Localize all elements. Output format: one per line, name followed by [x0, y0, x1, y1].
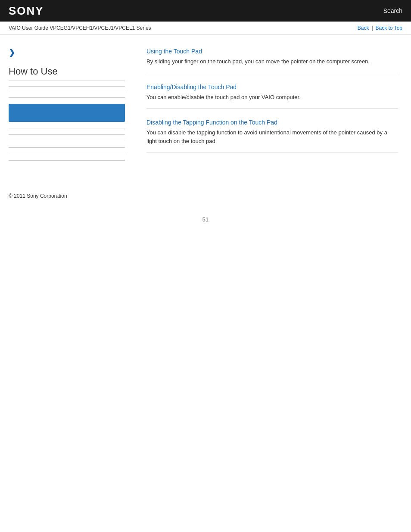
main-content: ❯ How to Use Using the Touch Pad By slid…: [0, 35, 411, 176]
sidebar-line-1: [9, 128, 125, 128]
back-to-top-link[interactable]: Back to Top: [376, 25, 402, 31]
footer-copyright: © 2011 Sony Corporation: [0, 184, 411, 208]
content-desc-1: By sliding your finger on the touch pad,…: [146, 57, 398, 66]
page-number: 51: [0, 208, 411, 231]
sidebar-line-3: [9, 141, 125, 141]
content-section-2: Enabling/Disabling the Touch Pad You can…: [146, 84, 398, 109]
nav-title: VAIO User Guide VPCEG1/VPCEH1/VPCEJ1/VPC…: [9, 25, 151, 31]
sidebar-arrow[interactable]: ❯: [9, 48, 125, 57]
sidebar-highlight-block[interactable]: [9, 104, 125, 122]
content-section-1: Using the Touch Pad By sliding your fing…: [146, 48, 398, 73]
search-button[interactable]: Search: [383, 7, 402, 14]
content-desc-2: You can enable/disable the touch pad on …: [146, 93, 398, 102]
sidebar-section-title: How to Use: [9, 66, 125, 81]
sidebar-line-4: [9, 147, 125, 148]
sony-logo: SONY: [9, 4, 44, 18]
content-link-3[interactable]: Disabling the Tapping Function on the To…: [146, 119, 398, 126]
nav-links: Back | Back to Top: [358, 25, 402, 31]
sidebar-divider-1: [9, 86, 125, 87]
sidebar-line-5: [9, 154, 125, 154]
sidebar-divider-2: [9, 92, 125, 92]
content-section-3: Disabling the Tapping Function on the To…: [146, 119, 398, 152]
content-link-2[interactable]: Enabling/Disabling the Touch Pad: [146, 84, 398, 90]
content-desc-3: You can disable the tapping function to …: [146, 128, 398, 145]
sidebar-line-6: [9, 160, 125, 161]
sidebar: ❯ How to Use: [0, 35, 134, 176]
sidebar-line-2: [9, 134, 125, 135]
sidebar-lines: [9, 128, 125, 161]
content-area: Using the Touch Pad By sliding your fing…: [134, 35, 411, 176]
content-link-1[interactable]: Using the Touch Pad: [146, 48, 398, 55]
back-link[interactable]: Back: [358, 25, 369, 31]
copyright-text: © 2011 Sony Corporation: [9, 193, 67, 199]
header: SONY Search: [0, 0, 411, 22]
sidebar-divider-3: [9, 97, 125, 98]
nav-separator: |: [371, 25, 373, 31]
nav-bar: VAIO User Guide VPCEG1/VPCEH1/VPCEJ1/VPC…: [0, 22, 411, 35]
